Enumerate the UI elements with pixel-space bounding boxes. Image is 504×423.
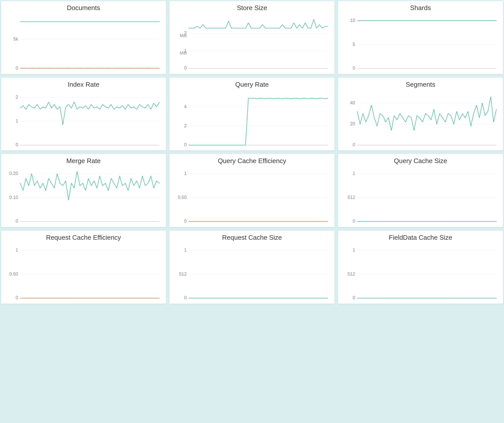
series-query <box>189 98 328 145</box>
svg-text:0.50: 0.50 <box>178 195 187 200</box>
chart-area[interactable]: 012 <box>5 91 162 147</box>
chart-area[interactable]: 00.501 <box>5 244 162 300</box>
svg-text:0: 0 <box>16 295 18 300</box>
chart-area[interactable]: 05121 <box>342 244 499 300</box>
panel-query-cache-efficiency: Query Cache Efficiency00.501 <box>170 154 334 227</box>
panel-shards: Shards0510 <box>338 1 503 74</box>
series-segments <box>357 97 496 130</box>
chart-area[interactable]: 00.501 <box>174 167 330 223</box>
svg-text:0: 0 <box>353 295 355 300</box>
panel-title: Request Cache Efficiency <box>5 234 162 241</box>
svg-text:40: 40 <box>350 100 355 105</box>
svg-text:0: 0 <box>184 219 187 223</box>
svg-text:0: 0 <box>16 219 18 223</box>
panel-fielddata-cache-size: FieldData Cache Size05121 <box>338 231 503 304</box>
panel-request-cache-efficiency: Request Cache Efficiency00.501 <box>1 231 166 304</box>
chart-area[interactable]: 00.100.20 <box>5 167 162 223</box>
svg-text:0.10: 0.10 <box>9 195 18 200</box>
panel-merge-rate: Merge Rate00.100.20 <box>1 154 166 227</box>
chart-area[interactable]: 05121 <box>342 167 499 223</box>
svg-text:0: 0 <box>16 142 18 146</box>
panel-title: Merge Rate <box>5 157 162 165</box>
svg-text:0: 0 <box>353 66 355 70</box>
series-merge <box>20 171 159 200</box>
panel-index-rate: Index Rate012 <box>1 78 166 151</box>
svg-text:5: 5 <box>353 42 355 47</box>
svg-text:20: 20 <box>350 121 355 126</box>
panel-title: Index Rate <box>5 81 162 88</box>
svg-text:2: 2 <box>16 94 18 99</box>
series-store <box>189 19 328 28</box>
series-index <box>20 102 159 125</box>
dashboard-grid: Documents05kStore Size01MiB2MiBShards051… <box>1 1 503 304</box>
svg-text:0: 0 <box>184 295 187 300</box>
panel-query-cache-size: Query Cache Size05121 <box>338 154 503 227</box>
chart-area[interactable]: 02040 <box>342 91 499 147</box>
svg-text:512: 512 <box>179 271 187 277</box>
panel-title: Query Rate <box>174 81 330 88</box>
svg-text:512: 512 <box>348 271 355 277</box>
chart-area[interactable]: 01MiB2MiB <box>174 14 330 70</box>
svg-text:0.20: 0.20 <box>9 171 18 176</box>
svg-text:0: 0 <box>353 142 355 146</box>
chart-area[interactable]: 024 <box>174 91 330 147</box>
chart-area[interactable]: 05121 <box>174 244 330 300</box>
panel-query-rate: Query Rate024 <box>170 78 334 151</box>
svg-text:MiB: MiB <box>180 51 187 55</box>
chart-area[interactable]: 0510 <box>342 14 499 70</box>
svg-text:512: 512 <box>348 195 355 200</box>
svg-text:0: 0 <box>184 66 187 70</box>
panel-request-cache-size: Request Cache Size05121 <box>170 231 334 304</box>
panel-documents: Documents05k <box>1 1 166 74</box>
svg-text:1: 1 <box>353 248 355 253</box>
panel-title: Shards <box>342 4 499 12</box>
svg-text:1: 1 <box>16 248 18 253</box>
panel-store-size: Store Size01MiB2MiB <box>170 1 334 74</box>
svg-text:1: 1 <box>16 118 18 123</box>
svg-text:0: 0 <box>353 219 355 223</box>
chart-area[interactable]: 05k <box>5 14 162 70</box>
panel-title: Store Size <box>174 4 330 12</box>
svg-text:0: 0 <box>184 142 187 146</box>
panel-title: Segments <box>342 81 499 88</box>
panel-title: Query Cache Size <box>342 157 499 165</box>
panel-title: Request Cache Size <box>174 234 330 241</box>
svg-text:2: 2 <box>184 123 187 128</box>
svg-text:MiB: MiB <box>180 33 187 38</box>
svg-text:4: 4 <box>184 104 187 109</box>
svg-text:0: 0 <box>16 66 18 70</box>
svg-text:5k: 5k <box>13 37 18 42</box>
svg-text:1: 1 <box>184 171 187 176</box>
panel-title: Query Cache Efficiency <box>174 157 330 165</box>
panel-title: Documents <box>5 4 162 12</box>
svg-text:10: 10 <box>350 18 355 23</box>
svg-text:0.50: 0.50 <box>9 271 18 277</box>
svg-text:1: 1 <box>353 171 355 176</box>
svg-text:1: 1 <box>184 248 187 253</box>
panel-title: FieldData Cache Size <box>342 234 499 241</box>
panel-segments: Segments02040 <box>338 78 503 151</box>
